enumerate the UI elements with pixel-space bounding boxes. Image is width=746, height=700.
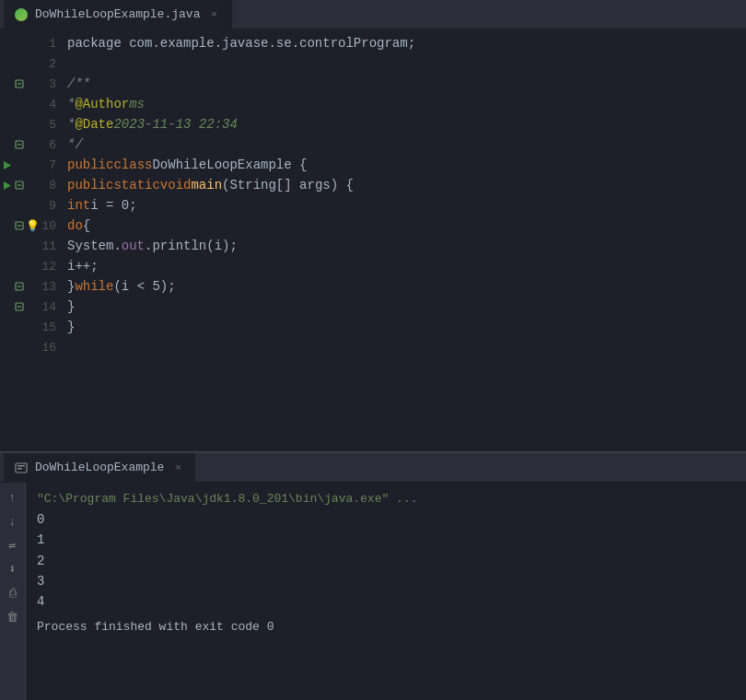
code-token-plain: } — [67, 279, 75, 294]
clear-console-button[interactable]: 🗑 — [6, 610, 20, 624]
line-number: 6 — [39, 138, 56, 152]
bulb-placeholder — [26, 239, 39, 252]
line-number: 11 — [39, 239, 56, 253]
fold-icon[interactable] — [13, 138, 26, 151]
code-line: */ — [60, 134, 746, 155]
run-placeholder — [0, 98, 13, 111]
bulb-placeholder — [26, 77, 39, 90]
gutter-row: 9 — [0, 195, 60, 216]
scroll-up-button[interactable]: ↑ — [6, 490, 20, 505]
fold-placeholder — [13, 321, 26, 333]
line-number: 15 — [39, 321, 56, 334]
code-editor[interactable]: package com.example.javase.se.controlPro… — [60, 29, 746, 451]
run-placeholder — [0, 37, 13, 50]
console-panel: DoWhileLoopExample × ↑↓⇌⬇⎙🗑 "C:\Program … — [0, 451, 746, 700]
console-tab-bar: DoWhileLoopExample × — [0, 453, 746, 483]
line-number: 7 — [39, 158, 56, 172]
print-button[interactable]: ⎙ — [6, 586, 20, 601]
tab-close-button[interactable]: × — [207, 8, 220, 21]
code-line: public class DoWhileLoopExample { — [60, 155, 746, 175]
gutter-row: 8 — [0, 175, 60, 195]
fold-icon[interactable] — [13, 179, 26, 192]
run-placeholder — [0, 77, 13, 90]
fold-placeholder — [13, 239, 26, 252]
fold-placeholder — [13, 37, 26, 50]
console-body: ↑↓⇌⬇⎙🗑 "C:\Program Files\Java\jdk1.8.0_2… — [0, 483, 746, 700]
code-line: package com.example.javase.se.controlPro… — [60, 33, 746, 53]
line-number: 4 — [39, 98, 56, 111]
run-placeholder — [0, 260, 13, 273]
code-token-comment: /** — [67, 76, 90, 91]
bulb-placeholder — [26, 158, 39, 171]
code-line: i++; — [60, 256, 746, 276]
gutter-row: 14 — [0, 297, 60, 317]
gutter-row: 6 — [0, 134, 60, 155]
run-icon[interactable] — [0, 158, 13, 171]
code-token-annotation-val: ms — [129, 97, 145, 111]
line-gutter: 123456789💡10111213141516 — [0, 29, 60, 451]
code-line: * @Author ms — [60, 94, 746, 114]
console-tab-icon — [15, 461, 28, 474]
console-toolbar: ↑↓⇌⬇⎙🗑 — [0, 483, 26, 700]
code-token-plain: .println(i); — [145, 239, 238, 253]
code-token-comment: * — [67, 117, 75, 132]
line-number: 9 — [39, 199, 56, 213]
fold-icon[interactable] — [13, 77, 26, 90]
console-cmd-line: "C:\Program Files\Java\jdk1.8.0_201\bin\… — [37, 490, 735, 509]
bulb-placeholder — [26, 118, 39, 131]
run-placeholder — [0, 118, 13, 131]
code-line — [60, 337, 746, 357]
gutter-row: 4 — [0, 94, 60, 114]
console-tab[interactable]: DoWhileLoopExample × — [4, 453, 195, 483]
bulb-placeholder — [26, 280, 39, 293]
svg-marker-5 — [4, 181, 11, 190]
bulb-placeholder — [26, 179, 39, 192]
code-token-kw: class — [113, 158, 152, 172]
code-token-annotation: @Date — [75, 117, 113, 132]
bulb-icon[interactable]: 💡 — [26, 219, 39, 232]
code-token-kw: public — [67, 178, 113, 192]
code-token-plain: package com.example.javase.se.controlPro… — [67, 36, 415, 51]
editor-area: 123456789💡10111213141516 package com.exa… — [0, 29, 746, 451]
console-numbers: 01234 — [37, 509, 735, 612]
save-output-button[interactable]: ⬇ — [6, 562, 20, 577]
file-tab[interactable]: DoWhileLoopExample.java × — [4, 0, 232, 29]
code-line: /** — [60, 74, 746, 94]
fold-placeholder — [13, 57, 26, 70]
bulb-placeholder — [26, 98, 39, 111]
line-number: 1 — [39, 37, 56, 51]
run-placeholder — [0, 321, 13, 333]
console-tab-label: DoWhileLoopExample — [35, 461, 164, 474]
line-number: 14 — [39, 300, 56, 314]
fold-placeholder — [13, 118, 26, 131]
gutter-row: 11 — [0, 236, 60, 256]
console-close-button[interactable]: × — [171, 461, 184, 474]
fold-icon[interactable] — [13, 280, 26, 293]
code-token-kw: while — [75, 279, 113, 294]
code-token-field: out — [122, 239, 145, 253]
fold-icon[interactable] — [13, 219, 26, 232]
code-token-plain: System. — [67, 239, 122, 253]
gutter-row: 12 — [0, 256, 60, 276]
gutter-row: 16 — [0, 337, 60, 357]
code-line: public static void main(String[] args) { — [60, 175, 746, 195]
gutter-row: 1 — [0, 33, 60, 53]
bulb-placeholder — [26, 300, 39, 313]
bulb-placeholder — [26, 199, 39, 212]
run-placeholder — [0, 57, 13, 70]
line-number: 10 — [39, 219, 56, 233]
bulb-placeholder — [26, 321, 39, 333]
line-number: 3 — [39, 77, 56, 91]
code-token-plain: } — [67, 320, 75, 334]
fold-icon[interactable] — [13, 300, 26, 313]
run-icon[interactable] — [0, 179, 13, 192]
code-line: * @Date 2023-11-13 22:34 — [60, 114, 746, 134]
code-token-kw: do — [67, 218, 83, 233]
run-placeholder — [0, 300, 13, 313]
code-token-plain: { — [83, 218, 90, 233]
scroll-down-button[interactable]: ↓ — [6, 514, 20, 529]
toggle-wrap-button[interactable]: ⇌ — [6, 538, 20, 553]
code-line: int i = 0; — [60, 195, 746, 216]
code-token-comment: */ — [67, 137, 83, 152]
fold-placeholder — [13, 98, 26, 111]
